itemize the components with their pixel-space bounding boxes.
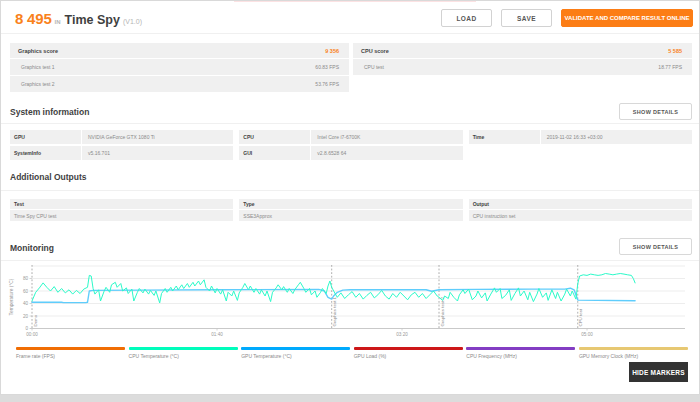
svg-text:Graphics test 1: Graphics test 1 [332, 296, 337, 326]
legend-frame-rate-label: Frame rate (FPS) [16, 353, 125, 359]
legend-cpu-temperature[interactable]: CPU Temperature (°C) [129, 347, 238, 359]
graphics-test2-label: Graphics test 2 [21, 81, 55, 87]
legend-gpu-load-label: GPU Load (%) [354, 353, 463, 359]
svg-text:Demo: Demo [33, 314, 38, 326]
legend-frame-rate[interactable]: Frame rate (FPS) [16, 347, 125, 359]
monitoring-title: Monitoring [10, 243, 54, 253]
info-cell-cpu: CPU Intel Core i7-6700K [239, 130, 462, 144]
output-output-header: Output [469, 199, 692, 209]
legend-gpu-temperature-label: GPU Temperature (°C) [241, 353, 350, 359]
svg-text:Temperature (°C): Temperature (°C) [9, 278, 14, 315]
header-divider [1, 33, 700, 34]
legend-cpu-frequency-label: CPU Frequency (MHz) [466, 353, 575, 359]
output-type-header: Type [239, 199, 462, 209]
info-gpu-value: NVIDIA GeForce GTX 1080 Ti [82, 130, 233, 144]
result-headline: 8 495 IN Time Spy (V1.0) [15, 10, 142, 27]
system-info-table: GPU NVIDIA GeForce GTX 1080 Ti CPU Intel… [10, 130, 692, 160]
graphics-test1-row: Graphics test 1 60.83 FPS [10, 59, 349, 75]
info-cpu-value: Intel Core i7-6700K [311, 130, 462, 144]
monitoring-divider [1, 260, 700, 261]
svg-text:Graphics test 2: Graphics test 2 [440, 296, 445, 326]
legend-gpu-memory-clock-swatch [579, 347, 688, 350]
load-button[interactable]: LOAD [441, 9, 492, 27]
graphics-score-value: 9 356 [325, 48, 339, 54]
legend-frame-rate-swatch [16, 347, 125, 350]
cpu-score-label: CPU score [361, 48, 389, 54]
legend-gpu-load-swatch [354, 347, 463, 350]
hide-markers-button[interactable]: HIDE MARKERS [629, 362, 688, 382]
save-button[interactable]: SAVE [501, 9, 552, 27]
cpu-test-label: CPU test [364, 64, 384, 70]
output-test-header: Test [10, 199, 233, 209]
legend-cpu-temperature-swatch [129, 347, 238, 350]
app-window: 8 495 IN Time Spy (V1.0) LOAD SAVE VALID… [0, 0, 700, 395]
cpu-score-value: 5 585 [668, 48, 682, 54]
svg-text:0: 0 [25, 326, 28, 331]
svg-text:05:00: 05:00 [581, 332, 593, 337]
info-gpu-label: GPU [10, 130, 81, 144]
legend-gpu-memory-clock[interactable]: GPU Memory Clock (MHz) [579, 347, 688, 359]
benchmark-version: (V1.0) [123, 18, 142, 25]
graphics-test1-label: Graphics test 1 [21, 64, 55, 70]
info-gui-value: v2.8.6528 64 [311, 146, 462, 160]
top-edge-artifact [234, 1, 476, 2]
output-col-output: Output CPU instruction set [469, 199, 692, 221]
legend-cpu-frequency[interactable]: CPU Frequency (MHz) [466, 347, 575, 359]
graphics-test2-row: Graphics test 2 53.76 FPS [10, 76, 349, 92]
info-gui-label: GUI [239, 146, 310, 160]
svg-text:03:20: 03:20 [396, 332, 408, 337]
info-time-label: Time [469, 130, 540, 144]
legend-cpu-frequency-swatch [466, 347, 575, 350]
legend-gpu-memory-clock-label: GPU Memory Clock (MHz) [579, 353, 688, 359]
monitoring-show-details-button[interactable]: SHOW DETAILS [619, 238, 692, 255]
svg-text:00:00: 00:00 [26, 332, 38, 337]
system-info-divider [1, 123, 700, 124]
additional-outputs-table: Test Time Spy CPU test Type SSE3Approx O… [10, 199, 692, 221]
output-col-type: Type SSE3Approx [239, 199, 462, 221]
overall-score: 8 495 [15, 10, 52, 27]
graphics-score-label: Graphics score [18, 48, 58, 54]
svg-text:40: 40 [23, 301, 29, 306]
graphics-score-panel: Graphics score 9 356 Graphics test 1 60.… [10, 43, 349, 93]
legend-gpu-load[interactable]: GPU Load (%) [354, 347, 463, 359]
validate-button[interactable]: VALIDATE AND COMPARE RESULT ONLINE [561, 9, 693, 27]
output-col-test: Test Time Spy CPU test [10, 199, 233, 221]
svg-text:20: 20 [23, 314, 29, 319]
info-systeminfo-label: SystemInfo [10, 146, 81, 160]
svg-text:CPU test: CPU test [578, 308, 583, 326]
cpu-test-value: 18.77 FPS [658, 64, 682, 70]
output-output-value: CPU instruction set [469, 210, 692, 221]
in-label: IN [55, 19, 61, 25]
graphics-test1-value: 60.83 FPS [315, 64, 339, 70]
cpu-score-panel: CPU score 5 585 CPU test 18.77 FPS [353, 43, 692, 76]
svg-text:60: 60 [23, 289, 29, 294]
graphics-test2-value: 53.76 FPS [315, 81, 339, 87]
info-cell-time: Time 2019-11-02 16:33 +03:00 [469, 130, 692, 144]
svg-text:80: 80 [23, 276, 29, 281]
info-systeminfo-value: v5.16.701 [82, 146, 233, 160]
monitoring-chart: 020406080Temperature (°C)00:0001:4003:20… [1, 263, 700, 343]
cpu-score-row: CPU score 5 585 [353, 43, 692, 58]
system-info-title: System information [10, 107, 89, 117]
info-time-value: 2019-11-02 16:33 +03:00 [541, 130, 692, 144]
info-cell-gpu: GPU NVIDIA GeForce GTX 1080 Ti [10, 130, 233, 144]
additional-outputs-title: Additional Outputs [10, 172, 87, 182]
legend-gpu-temperature[interactable]: GPU Temperature (°C) [241, 347, 350, 359]
info-cell-systeminfo: SystemInfo v5.16.701 [10, 146, 233, 160]
additional-outputs-divider [1, 190, 700, 191]
system-info-show-details-button[interactable]: SHOW DETAILS [619, 103, 692, 120]
chart-legend: Frame rate (FPS) CPU Temperature (°C) GP… [16, 347, 688, 359]
benchmark-name: Time Spy [65, 13, 120, 27]
svg-text:01:40: 01:40 [211, 332, 223, 337]
graphics-score-row: Graphics score 9 356 [10, 43, 349, 58]
legend-cpu-temperature-label: CPU Temperature (°C) [129, 353, 238, 359]
cpu-test-row: CPU test 18.77 FPS [353, 59, 692, 75]
output-test-value: Time Spy CPU test [10, 210, 233, 221]
info-cell-gui: GUI v2.8.6528 64 [239, 146, 462, 160]
output-type-value: SSE3Approx [239, 210, 462, 221]
info-cpu-label: CPU [239, 130, 310, 144]
legend-gpu-temperature-swatch [241, 347, 350, 350]
